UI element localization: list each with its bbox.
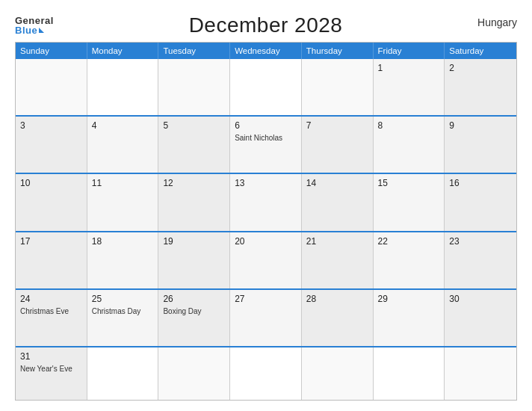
country-label: Hungary bbox=[477, 13, 517, 28]
header-friday: Friday bbox=[374, 43, 445, 59]
logo: General Blue bbox=[15, 16, 54, 35]
week3-mon: 11 bbox=[87, 174, 159, 230]
week2-sun: 3 bbox=[16, 117, 87, 173]
calendar-title: December 2028 bbox=[189, 13, 343, 37]
week4-sat: 23 bbox=[445, 232, 516, 288]
header-wednesday: Wednesday bbox=[230, 43, 302, 59]
week5-sat: 30 bbox=[445, 290, 516, 346]
week1-tue bbox=[158, 59, 230, 115]
week4-thu: 21 bbox=[302, 232, 374, 288]
week-2: 3 4 5 6 Saint Nicholas 7 8 bbox=[16, 117, 516, 174]
header: General Blue December 2028 Hungary bbox=[15, 13, 517, 37]
header-saturday: Saturday bbox=[445, 43, 516, 59]
week3-fri: 15 bbox=[374, 174, 445, 230]
week-3: 10 11 12 13 14 15 16 bbox=[16, 174, 516, 232]
header-tuesday: Tuesday bbox=[158, 43, 230, 59]
week5-tue: 26 Boxing Day bbox=[158, 290, 230, 346]
week1-fri: 1 bbox=[374, 59, 445, 115]
week5-sun: 24 Christmas Eve bbox=[16, 290, 87, 346]
week3-wed: 13 bbox=[230, 174, 302, 230]
week4-tue: 19 bbox=[158, 232, 230, 288]
week2-sat: 9 bbox=[445, 117, 516, 173]
week6-sun: 31 New Year's Eve bbox=[16, 347, 87, 400]
week2-fri: 8 bbox=[374, 117, 445, 173]
calendar-body: 1 2 3 4 5 6 Saint Nicholas 7 bbox=[16, 59, 516, 400]
week-4: 17 18 19 20 21 22 23 bbox=[16, 232, 516, 290]
week4-fri: 22 bbox=[374, 232, 445, 288]
week4-wed: 20 bbox=[230, 232, 302, 288]
week5-thu: 28 bbox=[302, 290, 374, 346]
week1-wed bbox=[230, 59, 302, 115]
week3-sat: 16 bbox=[445, 174, 516, 230]
week6-tue bbox=[158, 347, 230, 400]
week1-sat: 2 bbox=[445, 59, 516, 115]
calendar-header: Sunday Monday Tuesday Wednesday Thursday… bbox=[16, 43, 516, 59]
week1-mon bbox=[87, 59, 159, 115]
week3-tue: 12 bbox=[158, 174, 230, 230]
week5-mon: 25 Christmas Day bbox=[87, 290, 159, 346]
page: General Blue December 2028 Hungary Sunda… bbox=[0, 0, 532, 411]
header-thursday: Thursday bbox=[302, 43, 374, 59]
week1-thu bbox=[302, 59, 374, 115]
week5-fri: 29 bbox=[374, 290, 445, 346]
week4-mon: 18 bbox=[87, 232, 159, 288]
logo-triangle-icon bbox=[39, 28, 44, 33]
week6-wed bbox=[230, 347, 302, 400]
week-6: 31 New Year's Eve bbox=[16, 347, 516, 400]
week6-thu bbox=[302, 347, 374, 400]
week2-thu: 7 bbox=[302, 117, 374, 173]
week-5: 24 Christmas Eve 25 Christmas Day 26 Box… bbox=[16, 290, 516, 347]
week2-mon: 4 bbox=[87, 117, 159, 173]
week2-tue: 5 bbox=[158, 117, 230, 173]
week3-sun: 10 bbox=[16, 174, 87, 230]
logo-blue-text: Blue bbox=[15, 25, 54, 35]
week6-fri bbox=[374, 347, 445, 400]
week5-wed: 27 bbox=[230, 290, 302, 346]
week3-thu: 14 bbox=[302, 174, 374, 230]
week2-wed: 6 Saint Nicholas bbox=[230, 117, 302, 173]
calendar: Sunday Monday Tuesday Wednesday Thursday… bbox=[15, 42, 517, 401]
week6-sat bbox=[445, 347, 516, 400]
week1-sun bbox=[16, 59, 87, 115]
header-monday: Monday bbox=[87, 43, 159, 59]
week4-sun: 17 bbox=[16, 232, 87, 288]
week-1: 1 2 bbox=[16, 59, 516, 117]
week6-mon bbox=[87, 347, 159, 400]
header-sunday: Sunday bbox=[16, 43, 87, 59]
